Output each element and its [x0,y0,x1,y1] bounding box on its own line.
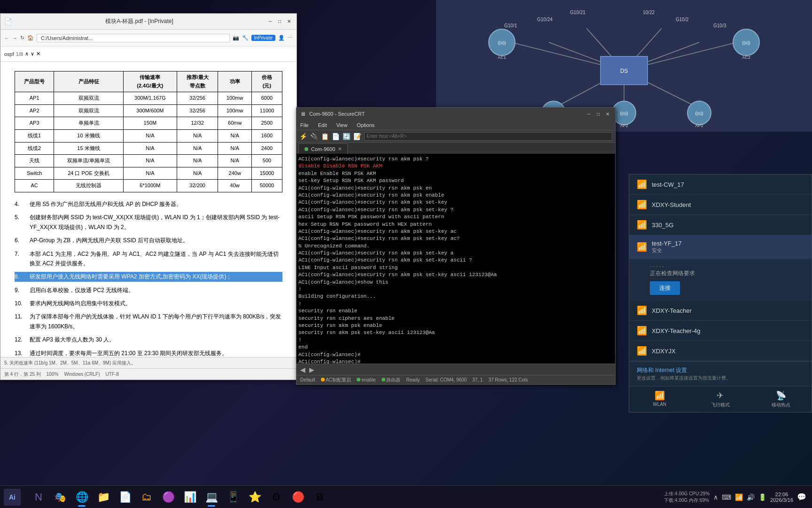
svg-text:DS: DS [620,68,628,74]
taskbar-app-files[interactable]: 📁 [93,487,114,508]
tab-close-btn[interactable]: ✕ [338,146,342,151]
extensions-btn[interactable]: 🔧 [242,35,249,41]
wifi-settings-link[interactable]: 网络和 Internet 设置 更改设置，例如将某连接设置为按流量计费。 [629,361,812,386]
col-price: 价格(元) [252,71,282,92]
airplane-label: 飞行模式 [711,402,730,408]
sc-copy-btn[interactable]: 📋 [321,133,329,140]
add-tab-btn[interactable]: 📷 [233,35,239,41]
table-row: AP2双频双流300M/600M32/256100mw11000 [15,104,282,117]
taskbar-app-settings[interactable]: ⚙ [266,487,287,508]
sc-maximize-btn[interactable]: □ [594,110,602,118]
taskbar-apps: N 🎭 🌐 📁 📄 🗂 🟣 📊 � [28,487,330,508]
taskbar-app-terminal[interactable]: 💻 [201,487,222,508]
pdf-maximize-btn[interactable]: □ [276,18,283,25]
pdf-window-controls[interactable]: ─ □ ✕ [266,18,293,25]
show-hidden-icons-btn[interactable]: ∧ [713,493,718,501]
host-input[interactable] [364,132,612,141]
menu-file[interactable]: File [298,122,311,128]
close-search-btn[interactable]: ✕ [36,51,40,57]
sc-prev-btn[interactable]: ◀ [300,366,305,373]
time-display: 22:06 [775,492,789,497]
scroll-indicator: 5. 关闭低速率 (11b/g 1M、2M、5M、11a 6M、9M) 应用接入… [4,360,136,366]
wifi-item-xdxy-teacher-4g[interactable]: 📶 XDXY-Teacher-4g [629,321,812,341]
col-model: 产品型号 [15,71,54,92]
taskbar-app-excel[interactable]: 📊 [180,487,200,508]
menu-edit[interactable]: Edit [316,122,329,128]
sc-cursor: 37, 1 [472,377,483,382]
wifi-footer: 📶 WLAN ✈ 飞行模式 📡 移动热点 [629,386,812,412]
sc-log-btn[interactable]: 📝 [353,133,361,140]
menu-options[interactable]: Options [355,122,376,128]
menu-view[interactable]: View [335,122,350,128]
pdf-close-btn[interactable]: ✕ [285,18,293,25]
taskbar-app-onenote[interactable]: N [28,487,49,508]
svg-text:G10/24: G10/24 [537,17,553,22]
wifi-connect-btn[interactable]: 连接 [650,281,680,295]
taskbar-app-11[interactable]: ⭐ [244,487,265,508]
taskbar-app-2[interactable]: 🎭 [50,487,70,508]
wifi-taskbar-icon[interactable]: 📶 [735,493,743,501]
sc-connect-btn[interactable]: ⚡ [299,133,307,140]
sc-dot3 [382,378,385,381]
terminal-line: AC1(config-wlansec)#security rsn akm psk… [298,206,613,214]
sc-disconnect-btn[interactable]: 🔌 [310,133,318,140]
taskbar-app-7[interactable]: 🟣 [158,487,179,508]
wifi-item-xdxy-student[interactable]: 📶 XDXY-Student [629,195,812,215]
terminal-line: AC1(config-wlansec)#security rsn akm psk… [298,271,613,278]
pdf-page[interactable]: 产品型号 产品特征 传输速率(2.4G/最大) 推荐/最大带点数 功率 价格(元… [0,62,297,357]
svg-text:G10/21: G10/21 [570,10,586,15]
tab-label: Com-9600 [311,146,335,152]
search-term: ospf [4,51,14,57]
securecrt-window-controls[interactable]: ─ □ ✕ [585,110,611,118]
securecrt-tab-com9600[interactable]: Com-9600 ✕ [298,143,348,154]
pdf-minimize-btn[interactable]: ─ [266,18,274,25]
sc-paste-btn[interactable]: 📄 [332,133,340,140]
securecrt-terminal[interactable]: AC1(config-wlansec)#security rsn akm psk… [297,154,615,364]
terminal-line: disable Disable RSN PSK AKM [298,163,613,170]
terminal-line: ! [298,286,613,293]
more-btn[interactable]: ⋯ [288,35,293,41]
home-btn[interactable]: 🏠 [27,35,34,41]
taskbar-app-13[interactable]: 🔴 [288,487,308,508]
taskbar-app-10[interactable]: 📱 [223,487,243,508]
taskbar-right: 上传:4.00G CPU:29% 下载:4.00G 内存:69% ∧ ⌨ 📶 🔊… [658,491,812,504]
table-row: Switch24 口 POE 交换机N/AN/A240w15000 [15,167,282,180]
taskbar-app-word[interactable]: 📄 [115,487,135,508]
table-row: 线缆215 米懒线N/AN/AN/A2400 [15,142,282,155]
pdf-title: 模块A-杯题.pdf - [InPrivate] [16,17,263,25]
ai-button[interactable]: Ai [4,489,21,506]
sc-next-btn[interactable]: ▶ [309,366,314,373]
wifi-item-xdxy-teacher[interactable]: 📶 XDXY-Teacher [629,301,812,321]
forward-btn[interactable]: → [12,35,17,41]
terminal-line: AC1(config-wlansec)#security rsn akm psk… [298,192,613,199]
wifi-item-xdxyjx[interactable]: 📶 XDXYJX [629,341,812,361]
airplane-toggle[interactable]: ✈ 飞行模式 [690,387,750,412]
sc-close-btn[interactable]: ✕ [604,110,611,118]
taskbar-datetime[interactable]: 22:06 2026/3/16 [770,492,793,503]
taskbar-app-explorer[interactable]: 🗂 [136,487,157,508]
wifi-toggle[interactable]: 📶 WLAN [629,387,690,412]
taskbar-app-14[interactable]: 🖥 [309,487,330,508]
wifi-item-test-cw17[interactable]: 📶 test-CW_17 [629,175,812,195]
securecrt-toolbar: ⚡ 🔌 📋 📄 🔄 📝 [297,130,615,143]
back-btn[interactable]: ← [4,35,9,41]
svg-text:((o)): ((o)) [620,111,628,116]
wifi-item-test-yf17[interactable]: 📶 test-YF_17 安全 [629,235,812,259]
refresh-btn[interactable]: ↻ [20,35,24,41]
wifi-item-330-5g[interactable]: 📶 330_5G [629,215,812,235]
wifi-security-label: 安全 [652,247,804,254]
taskbar-app-edge[interactable]: 🌐 [71,487,92,508]
airplane-icon: ✈ [717,390,724,401]
sc-minimize-btn[interactable]: ─ [585,110,593,118]
notification-btn[interactable]: 💬 [797,492,806,501]
terminal-line: AC1(config-wlansec)#security rsn akm psk… [298,156,613,163]
requirement-6: 6. AP-Group 为 ZB，内网无线用户关联 SSID 后可自动获取地址。 [15,236,282,245]
profile-btn[interactable]: 👤 [278,35,285,41]
sc-send-btn[interactable]: 🔄 [343,133,351,140]
hotspot-toggle[interactable]: 📡 移动热点 [751,387,812,412]
download-stat: 下载:4.00G 内存:69% [664,497,710,504]
terminal-line: AC1(config-wlansec)#security rsn akm psk… [298,257,613,264]
speaker-icon[interactable]: 🔊 [747,493,755,501]
next-result-btn[interactable]: ∨ [31,51,34,57]
prev-result-btn[interactable]: ∧ [25,51,29,57]
